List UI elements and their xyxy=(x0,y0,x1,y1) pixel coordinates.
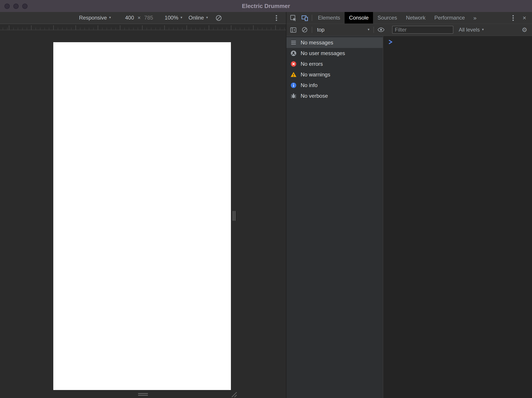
throttling-dropdown[interactable]: Online ▾ xyxy=(189,15,208,21)
device-height-field[interactable]: 785 xyxy=(144,15,153,21)
zoom-window-button[interactable] xyxy=(22,3,27,9)
console-input-line[interactable] xyxy=(383,36,532,45)
console-prompt-icon xyxy=(388,39,393,45)
tab-elements[interactable]: Elements xyxy=(314,12,345,24)
log-levels-dropdown[interactable]: All levels ▾ xyxy=(459,27,484,33)
resize-handle-bottom[interactable] xyxy=(138,393,148,396)
sidebar-item-no-messages[interactable]: No messages xyxy=(286,37,383,48)
sidebar-item-label: No verbose xyxy=(301,93,328,99)
inspect-element-icon[interactable] xyxy=(287,12,299,24)
device-viewport[interactable] xyxy=(53,42,231,390)
devtools-kebab-menu-icon[interactable] xyxy=(507,12,519,24)
sidebar-item-no-info[interactable]: No info xyxy=(286,80,383,91)
tab-console[interactable]: Console xyxy=(345,12,373,24)
list-icon xyxy=(291,39,297,46)
device-toolbar: Responsive ▾ 400 × 785 100% ▾ Online ▾ xyxy=(0,12,286,24)
rotate-icon[interactable] xyxy=(213,13,224,23)
info-icon xyxy=(291,82,297,88)
toolbar-separator xyxy=(312,15,312,21)
error-icon xyxy=(291,61,297,67)
tab-performance[interactable]: Performance xyxy=(430,12,469,24)
log-levels-label: All levels xyxy=(459,27,480,33)
sidebar-item-no-user-messages[interactable]: No user messages xyxy=(286,48,383,59)
resize-handle-corner[interactable] xyxy=(231,392,237,398)
devtools-pane: Elements Console Sources Network Perform… xyxy=(286,12,532,398)
clear-console-icon[interactable] xyxy=(299,27,310,33)
live-expression-eye-icon[interactable] xyxy=(375,26,387,33)
main-split: Responsive ▾ 400 × 785 100% ▾ Online ▾ xyxy=(0,12,532,398)
sidebar-item-label: No messages xyxy=(301,39,333,46)
chevron-down-icon: ▾ xyxy=(109,16,111,19)
console-output[interactable] xyxy=(383,36,532,398)
console-sidebar-toggle-icon[interactable] xyxy=(287,26,299,33)
device-toolbar-toggle-icon[interactable] xyxy=(299,12,310,24)
devtools-tabbar: Elements Console Sources Network Perform… xyxy=(286,12,532,24)
device-mode-label: Responsive xyxy=(79,15,107,21)
chevron-down-icon: ▾ xyxy=(181,16,182,19)
sidebar-item-label: No warnings xyxy=(301,71,330,78)
chevron-down-icon: ▾ xyxy=(368,28,369,32)
titlebar: Electric Drummer xyxy=(0,0,532,12)
bug-icon xyxy=(291,93,297,99)
sidebar-item-no-warnings[interactable]: No warnings xyxy=(286,69,383,80)
user-icon xyxy=(291,50,297,56)
close-window-button[interactable] xyxy=(4,3,10,9)
dimension-separator: × xyxy=(138,15,141,21)
zoom-level-label: 100% xyxy=(165,15,178,21)
gear-glyph: ⚙ xyxy=(522,26,527,33)
app-window: Electric Drummer Responsive ▾ 400 × 785 … xyxy=(0,0,532,398)
resize-handle-right[interactable] xyxy=(233,211,235,221)
device-emulation-pane: Responsive ▾ 400 × 785 100% ▾ Online ▾ xyxy=(0,12,286,398)
devtools-close-icon[interactable]: × xyxy=(519,12,530,24)
chevron-down-icon: ▾ xyxy=(206,16,208,19)
context-label: top xyxy=(317,27,324,33)
context-selector-dropdown[interactable]: top ▾ xyxy=(314,27,372,33)
sidebar-item-label: No errors xyxy=(301,61,323,67)
console-toolbar: top ▾ All levels ▾ ⚙ xyxy=(286,24,532,36)
window-title: Electric Drummer xyxy=(0,3,532,9)
sidebar-item-label: No user messages xyxy=(301,50,345,56)
console-sidebar: No messages No user messages No errors N… xyxy=(286,36,383,398)
tabbar-spacer xyxy=(481,12,507,24)
device-width-field[interactable]: 400 xyxy=(125,15,134,21)
minimize-window-button[interactable] xyxy=(13,3,19,9)
throttling-label: Online xyxy=(189,15,204,21)
toolbar-separator xyxy=(312,27,312,33)
tab-network[interactable]: Network xyxy=(401,12,430,24)
toolbar-separator xyxy=(374,27,374,33)
traffic-lights xyxy=(0,3,27,9)
console-body: No messages No user messages No errors N… xyxy=(286,36,532,398)
filter-input[interactable] xyxy=(392,26,453,34)
kebab-menu-icon[interactable] xyxy=(271,13,282,23)
more-tabs-icon[interactable]: » xyxy=(469,12,481,24)
close-glyph: × xyxy=(523,14,526,21)
device-mode-dropdown[interactable]: Responsive ▾ xyxy=(79,15,111,21)
chevron-down-icon: ▾ xyxy=(482,28,484,32)
sidebar-item-no-verbose[interactable]: No verbose xyxy=(286,91,383,101)
sidebar-item-label: No info xyxy=(301,82,317,88)
tab-sources[interactable]: Sources xyxy=(373,12,401,24)
console-settings-gear-icon[interactable]: ⚙ xyxy=(519,26,530,33)
emulation-area xyxy=(0,24,286,398)
sidebar-item-no-errors[interactable]: No errors xyxy=(286,59,383,69)
warning-icon xyxy=(291,71,297,78)
horizontal-ruler xyxy=(0,24,286,30)
zoom-dropdown[interactable]: 100% ▾ xyxy=(165,15,182,21)
